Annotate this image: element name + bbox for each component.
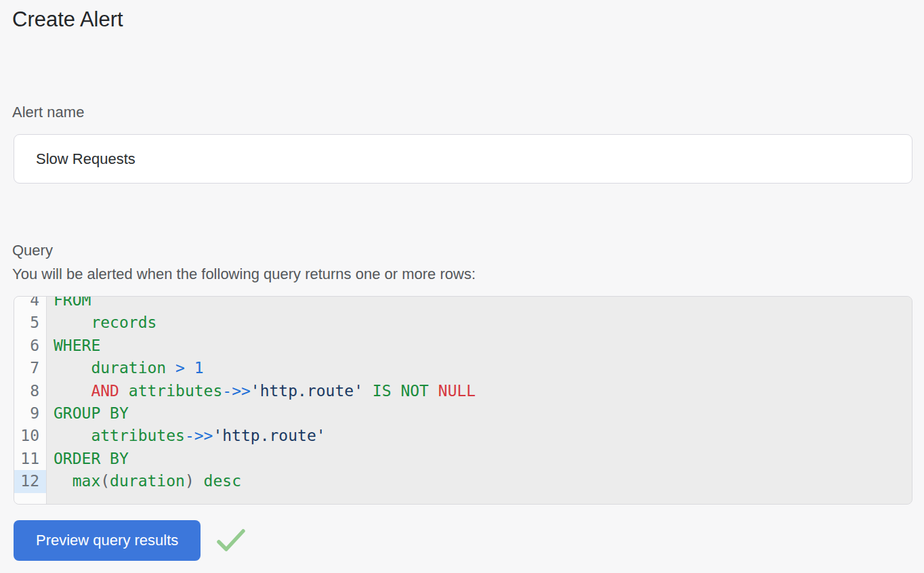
query-label: Query	[12, 241, 912, 260]
code-line[interactable]: records	[47, 312, 912, 334]
line-number: 9	[14, 402, 46, 425]
code-line[interactable]: max(duration) desc	[47, 470, 912, 492]
query-editor[interactable]: 456789101112 FROM recordsWHERE duration …	[14, 296, 912, 505]
line-number: 12	[14, 470, 46, 492]
editor-gutter: 456789101112	[14, 297, 47, 504]
code-line[interactable]: AND attributes->>'http.route' IS NOT NUL…	[47, 380, 912, 402]
preview-query-results-button[interactable]: Preview query results	[14, 520, 201, 561]
code-line[interactable]: FROM	[47, 297, 912, 312]
code-line[interactable]: ORDER BY	[47, 448, 912, 470]
actions-row: Preview query results	[14, 520, 912, 561]
alert-name-label: Alert name	[12, 103, 912, 122]
line-number: 11	[14, 448, 46, 470]
code-line[interactable]: attributes->>'http.route'	[47, 425, 912, 447]
line-number: 8	[14, 380, 46, 402]
code-line[interactable]: WHERE	[47, 335, 912, 357]
line-number: 6	[14, 335, 46, 357]
line-number: 10	[14, 425, 46, 447]
create-alert-page: Create Alert Alert name Query You will b…	[0, 0, 924, 573]
check-icon	[215, 526, 247, 555]
alert-name-input[interactable]	[14, 134, 912, 184]
editor-code-area[interactable]: FROM recordsWHERE duration > 1 AND attri…	[47, 297, 912, 504]
line-number: 7	[14, 357, 46, 379]
line-number: 5	[14, 312, 46, 334]
code-line[interactable]: duration > 1	[47, 357, 912, 379]
page-title: Create Alert	[12, 7, 912, 33]
query-description: You will be alerted when the following q…	[12, 265, 912, 284]
code-line[interactable]: GROUP BY	[47, 402, 912, 425]
line-number: 4	[14, 297, 46, 312]
